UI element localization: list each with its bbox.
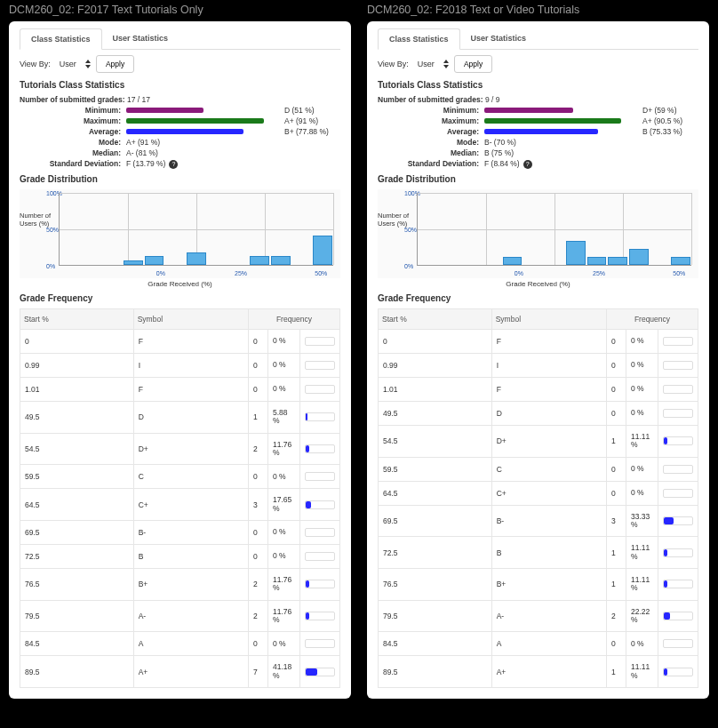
tab-class-statistics[interactable]: Class Statistics	[378, 28, 460, 50]
view-by-row: View By:UserApply	[378, 55, 698, 73]
view-by-select[interactable]: User	[414, 58, 438, 70]
cell-symbol: I	[491, 354, 606, 378]
stat-row-max: Maximum:A+ (91 %)	[20, 116, 340, 125]
cell-count: 0	[606, 457, 626, 481]
table-row: 79.5A-211.76 %	[20, 600, 340, 632]
stat-label-min: Minimum:	[20, 106, 126, 115]
distribution-chart: Number of Users (%)0%50%100%0%25%50%75%1…	[378, 189, 698, 278]
chart-bar	[566, 241, 586, 265]
stat-value-mode: B- (70 %)	[484, 138, 516, 147]
cell-symbol: I	[133, 354, 248, 378]
cell-percent: 41.18 %	[267, 656, 299, 688]
table-row: 69.5B-333.33 %	[379, 505, 698, 537]
cell-count: 0	[248, 378, 267, 402]
help-icon[interactable]: ?	[169, 160, 178, 169]
chart-x-tick: 25%	[593, 270, 605, 276]
cell-start: 0	[20, 330, 134, 354]
sort-icon[interactable]	[443, 60, 449, 68]
cell-symbol: A-	[491, 600, 606, 632]
distribution-chart: Number of Users (%)0%50%100%0%25%50%75%1…	[20, 189, 340, 278]
stat-value-median: B (75 %)	[484, 148, 514, 157]
chart-bar	[271, 256, 291, 265]
cell-count: 0	[606, 354, 626, 378]
cell-count: 0	[248, 354, 267, 378]
view-by-select[interactable]: User	[56, 58, 80, 70]
cell-start: 1.01	[20, 378, 134, 402]
cell-start: 69.5	[20, 521, 134, 545]
table-row: 72.5B00 %	[20, 545, 340, 569]
stat-value-min: D+ (59 %)	[642, 106, 677, 115]
sort-icon[interactable]	[85, 60, 91, 68]
cell-freq-bar	[299, 378, 339, 402]
cell-symbol: A+	[491, 656, 606, 688]
stat-value-stddev: F (13.79 %)?	[126, 159, 178, 169]
cell-freq-bar	[299, 489, 339, 521]
section-heading-distribution: Grade Distribution	[20, 174, 340, 184]
cell-start: 54.5	[20, 433, 134, 465]
cell-percent: 11.76 %	[267, 569, 299, 601]
tab-user-statistics[interactable]: User Statistics	[102, 28, 180, 49]
stat-row-median: Median:A- (81 %)	[20, 148, 340, 157]
cell-start: 64.5	[20, 489, 134, 521]
tab-user-statistics[interactable]: User Statistics	[460, 28, 538, 49]
stat-label-max: Maximum:	[378, 116, 484, 125]
chart-y-tick: 50%	[404, 227, 417, 233]
stat-value-mode: A+ (91 %)	[126, 138, 160, 147]
cell-symbol: B-	[491, 505, 606, 537]
table-row: 59.5C00 %	[379, 457, 698, 481]
col-frequency: Frequency	[248, 309, 339, 330]
table-row: 64.5C+00 %	[379, 481, 698, 505]
help-icon[interactable]: ?	[523, 160, 532, 169]
table-row: 84.5A00 %	[379, 632, 698, 656]
cell-freq-bar	[658, 330, 698, 354]
table-row: 0F00 %	[379, 330, 698, 354]
stat-label-min: Minimum:	[378, 106, 484, 115]
cell-freq-bar	[658, 426, 698, 458]
cell-count: 3	[606, 505, 626, 537]
cell-start: 1.01	[379, 378, 492, 402]
stat-row-stddev: Standard Deviation:F (13.79 %)?	[20, 159, 340, 169]
chart-y-axis-label: Number of Users (%)	[378, 212, 411, 228]
cell-count: 1	[606, 569, 626, 601]
tab-class-statistics[interactable]: Class Statistics	[20, 28, 102, 50]
cell-freq-bar	[658, 378, 698, 402]
col-symbol: Symbol	[491, 309, 606, 330]
cell-symbol: D	[133, 402, 248, 434]
apply-button[interactable]: Apply	[96, 55, 134, 73]
cell-count: 1	[606, 656, 626, 688]
cell-percent: 11.76 %	[267, 433, 299, 465]
cell-start: 59.5	[20, 465, 134, 489]
table-row: 0.99I00 %	[20, 354, 340, 378]
cell-freq-bar	[299, 330, 339, 354]
stat-row-mode: Mode:B- (70 %)	[378, 138, 698, 147]
table-row: 84.5A00 %	[20, 632, 340, 656]
col-start: Start %	[379, 309, 492, 330]
cell-symbol: D+	[133, 433, 248, 465]
cell-count: 2	[248, 600, 267, 632]
cell-symbol: F	[491, 378, 606, 402]
left-column: DCM260_02: F2017 Text Tutorials Only Cla…	[9, 0, 351, 699]
stat-row-min: Minimum:D+ (59 %)	[378, 106, 698, 115]
stat-row-avg: Average:B+ (77.88 %)	[20, 127, 340, 136]
cell-count: 0	[606, 378, 626, 402]
cell-start: 76.5	[20, 569, 134, 601]
cell-count: 0	[248, 330, 267, 354]
chart-plot-area	[59, 193, 333, 266]
table-row: 54.5D+111.11 %	[379, 426, 698, 458]
stat-bar-min	[126, 108, 277, 113]
cell-symbol: A-	[133, 600, 248, 632]
cell-percent: 0 %	[267, 465, 299, 489]
chart-x-axis-label: Grade Received (%)	[378, 280, 698, 288]
cell-count: 3	[248, 489, 267, 521]
chart-bar	[671, 257, 690, 265]
stat-label-avg: Average:	[20, 127, 126, 136]
stat-label-mode: Mode:	[20, 138, 126, 147]
cell-count: 0	[606, 632, 626, 656]
chart-x-tick: 0%	[515, 270, 523, 276]
stat-row-avg: Average:B (75.33 %)	[378, 127, 698, 136]
cell-symbol: D	[491, 402, 606, 426]
stat-bar-avg	[126, 129, 277, 134]
apply-button[interactable]: Apply	[454, 55, 492, 73]
cell-start: 84.5	[379, 632, 492, 656]
stat-label-mode: Mode:	[378, 138, 484, 147]
